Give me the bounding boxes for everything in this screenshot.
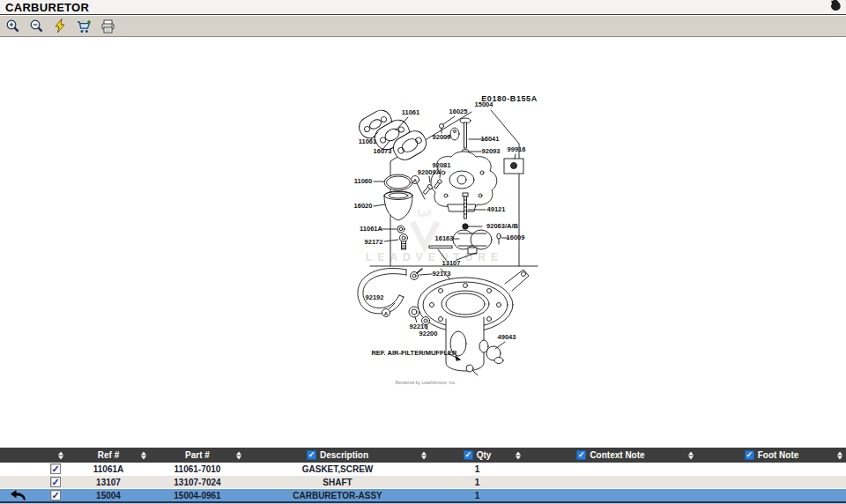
part-label[interactable]: REF. AIR-FILTER/MUFFLER [371, 349, 457, 357]
column-checkbox-desc[interactable]: ✓ [307, 450, 316, 460]
part-label[interactable]: 11061A [360, 225, 382, 233]
column-label: Foot Note [758, 450, 799, 460]
part-label[interactable]: 16025 [449, 107, 468, 115]
title-bar: CARBURETOR [0, 0, 846, 15]
row-checkbox[interactable]: ✓ [50, 490, 61, 500]
cell-qty: 1 [430, 463, 524, 475]
cell-foot [697, 489, 846, 501]
table-row-13107[interactable]: ✓1310713107-7024SHAFT1 [0, 476, 846, 489]
cell-context [524, 463, 697, 475]
part-label[interactable]: 99916 [508, 145, 526, 153]
part-label[interactable]: 92192 [366, 293, 384, 301]
part-label[interactable]: 11061 [359, 137, 376, 145]
part-label[interactable]: 16163 [435, 234, 454, 242]
cell-ref: 11061A [67, 463, 150, 475]
column-checkbox-qty[interactable]: ✓ [464, 450, 473, 460]
sort-icon [141, 451, 146, 459]
part-label[interactable]: 92009A [418, 168, 442, 176]
zoom-out-icon [29, 19, 44, 33]
column-header-context[interactable]: ✓Context Note [524, 448, 697, 463]
part-label[interactable]: 92200 [419, 330, 438, 337]
cell-part: 15004-0961 [150, 489, 245, 501]
cell-desc: GASKET,SCREW [245, 463, 430, 475]
row-action-cell: ✓ [0, 476, 67, 488]
table-body: ✓11061A11061-7010GASKET,SCREW1✓131071310… [0, 463, 846, 502]
sort-icon [421, 451, 427, 459]
part-label[interactable]: 92009 [433, 133, 451, 141]
row-action-cell: ✓ [0, 463, 67, 475]
column-label: Ref # [98, 450, 119, 460]
cell-desc: CARBURETOR-ASSY [245, 489, 430, 501]
part-label[interactable]: 16009 [507, 233, 525, 241]
sort-icon [516, 451, 521, 459]
column-label: Description [320, 450, 368, 460]
part-label[interactable]: 92172 [365, 238, 383, 246]
cell-context [524, 489, 697, 501]
table-row-15004[interactable]: ✓1500415004-0961CARBURETOR-ASSY1 [0, 489, 846, 502]
column-header-part[interactable]: Part # [150, 448, 245, 463]
part-label[interactable]: 92173 [433, 270, 451, 278]
part-label[interactable]: 11061 [402, 108, 419, 116]
back-arrow-icon[interactable] [11, 490, 26, 502]
svg-text:LEADVENTURE: LEADVENTURE [366, 251, 503, 263]
sort-icon [688, 451, 694, 459]
part-label[interactable]: 15004 [475, 100, 494, 108]
cell-part: 11061-7010 [150, 463, 245, 475]
table-row-11061A[interactable]: ✓11061A11061-7010GASKET,SCREW1 [0, 463, 846, 476]
part-label[interactable]: 11060 [354, 177, 372, 185]
diagram-credit: Rendered by LeadVenture, Inc. [395, 380, 456, 385]
lightning-icon [54, 19, 66, 33]
column-checkbox-foot[interactable]: ✓ [745, 450, 754, 460]
part-label[interactable]: 49043 [498, 333, 516, 341]
add-to-cart-button[interactable] [74, 18, 93, 35]
parts-table: Ref #Part #✓Description✓Qty✓Context Note… [0, 448, 846, 502]
part-label[interactable]: 16020 [354, 202, 373, 210]
interactive-mode-button[interactable] [50, 18, 70, 35]
part-label[interactable]: 16041 [481, 135, 500, 143]
cell-ref: 13107 [67, 476, 150, 488]
row-action-cell: ✓ [0, 489, 67, 501]
row-checkbox[interactable]: ✓ [50, 477, 61, 487]
page-title: CARBURETOR [5, 1, 89, 14]
cell-part: 13107-7024 [150, 476, 245, 488]
callout-a: A [384, 311, 389, 316]
column-header-qty[interactable]: ✓Qty [430, 448, 524, 463]
print-button[interactable] [98, 18, 117, 35]
sort-icon [837, 451, 842, 459]
cell-foot [697, 463, 846, 475]
cell-foot [697, 476, 846, 488]
parts-diagram[interactable]: LEADVENTURE [0, 37, 846, 448]
cell-qty: 1 [430, 476, 524, 488]
hand-icon[interactable] [830, 0, 842, 15]
cell-desc: SHAFT [245, 476, 430, 488]
table-header-row: Ref #Part #✓Description✓Qty✓Context Note… [0, 448, 846, 463]
sort-icon [58, 451, 63, 459]
cell-qty: 1 [430, 489, 524, 501]
part-label[interactable]: 16073 [374, 147, 392, 155]
column-header-select[interactable] [0, 448, 67, 463]
cell-ref: 15004 [67, 489, 150, 501]
print-icon [100, 19, 115, 33]
zoom-in-button[interactable] [3, 18, 22, 35]
column-checkbox-context[interactable]: ✓ [576, 450, 586, 460]
column-label: Context Note [590, 450, 644, 460]
part-label[interactable]: 13107 [442, 259, 461, 267]
callout-a: A [413, 178, 418, 183]
zoom-out-button[interactable] [26, 18, 46, 35]
toolbar [0, 15, 846, 37]
zoom-in-icon [5, 19, 20, 33]
part-label[interactable]: 49121 [487, 205, 506, 213]
cell-context [524, 476, 697, 488]
column-label: Part # [185, 450, 210, 460]
sort-icon [236, 451, 241, 459]
diagram-area: LEADVENTURE [0, 37, 846, 448]
add-to-cart-icon [77, 19, 92, 33]
row-checkbox[interactable]: ✓ [50, 463, 61, 474]
hand-icon-svg [830, 0, 842, 11]
part-label[interactable]: 92063/A/B [486, 222, 518, 230]
column-header-desc[interactable]: ✓Description [245, 448, 430, 463]
column-header-foot[interactable]: ✓Foot Note [697, 448, 846, 463]
column-label: Qty [477, 450, 492, 460]
part-label[interactable]: 92093 [482, 147, 501, 155]
column-header-ref[interactable]: Ref # [67, 448, 150, 463]
